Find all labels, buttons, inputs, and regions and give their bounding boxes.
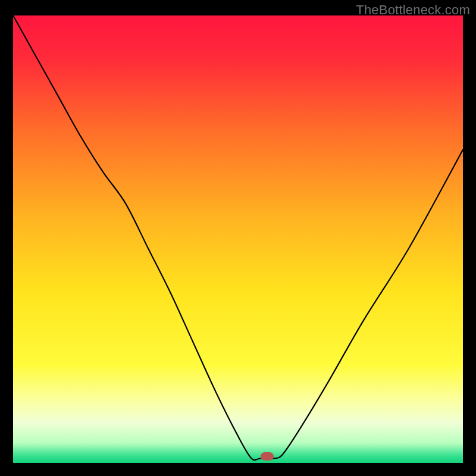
curve-layer [13,15,463,463]
chart-frame: TheBottleneck.com [0,0,476,476]
bottleneck-curve [13,15,463,460]
minimum-marker [261,452,274,461]
plot-area [13,15,463,463]
watermark-label: TheBottleneck.com [356,2,470,18]
